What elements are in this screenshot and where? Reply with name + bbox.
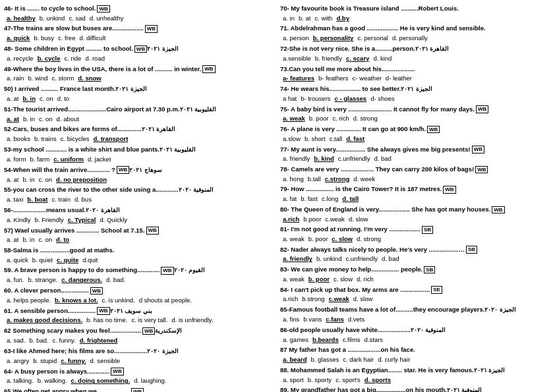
question-block: 62 Something scary makes you feel.......… [4, 326, 275, 346]
answer-option: d. strong [353, 114, 378, 124]
question-block: 83- We can give money to help...........… [280, 265, 551, 284]
answer-option: b. has no time. [86, 316, 127, 325]
arabic-label: المنوفية ٢٠٢٠ [411, 326, 446, 335]
answer-options: a. makes good decisions.b. has no time.c… [4, 316, 275, 325]
question-block: 73.Can you tell me more about his.......… [280, 65, 551, 84]
answer-options: a. beardb. glassesc. dark haird. curly h… [280, 355, 551, 365]
answer-option: a. angry [7, 356, 29, 366]
answer-option: b. walking. [38, 376, 67, 386]
question-block: 75- A baby bird is very ................… [280, 105, 551, 124]
answer-option: b- feathers [318, 74, 348, 84]
question-text: 76- A plane is very .............. It ca… [280, 125, 551, 134]
question-text: 70- My favourite book is Treasure island… [280, 4, 551, 14]
answer-options: a. booksb. trainsc. bicyclesd. transport [4, 134, 275, 144]
answer-options: a- featuresb- feathersc- weatherd- leath… [280, 74, 551, 84]
answer-option: b. glasses [310, 355, 339, 365]
question-text: 81- I'm not good at running. I'm very ..… [280, 225, 551, 235]
question-block: 81- I'm not good at running. I'm very ..… [280, 225, 551, 244]
answer-options: a. healthyb. unkindc. sadd. unhealthy [4, 14, 275, 24]
arabic-label: القليوبية ٢٠٢١ [180, 105, 217, 115]
question-text: 86-old people usually have white........… [280, 325, 551, 335]
answer-option: c. personal [357, 34, 388, 43]
answer-option: d.stars [365, 335, 384, 345]
question-text: 55-you can cross the river to the other … [4, 185, 275, 195]
page-container: 46- It is ....... to cycle to school.WBa… [4, 4, 551, 392]
answer-option: c. slow [334, 275, 353, 285]
answer-options: a. gamesb.beardsc.filmsd.stars [280, 335, 551, 345]
question-text: 63-I like Ahmed here; his films are so..… [4, 347, 275, 356]
answer-options: a. talking.b. walking.c. doing something… [4, 376, 275, 386]
question-block: 78- Camels are very ................... … [280, 165, 551, 184]
answer-option: a. weak [283, 235, 305, 244]
answer-option: c. on [40, 94, 53, 104]
answer-option: b- trousers [301, 94, 330, 104]
question-block: 86-old people usually have white........… [280, 325, 551, 345]
answer-option: d. road [85, 54, 105, 64]
wb-badge: WB [146, 227, 159, 235]
answer-options: a. fatb. fastc.longd. tall [280, 194, 551, 204]
answer-options: a.richb.poorc.weakd. slow [280, 215, 551, 225]
question-block: 74- He wears his.................. to se… [280, 84, 551, 104]
question-text: 75- A baby bird is very ................… [280, 105, 551, 115]
question-block: 59. A brave person is happy to do someth… [4, 266, 275, 285]
answer-options: a. quickb. quietc. quited.quit [4, 256, 275, 266]
question-block: 47-The trains are slow but buses are....… [4, 24, 275, 43]
question-block: 49-Where the boy lives in the USA, there… [4, 65, 275, 84]
question-text: 49-Where the boy lives in the USA, there… [4, 65, 275, 74]
wb-badge: WB [134, 45, 147, 53]
answer-option: a. healthy [7, 14, 36, 24]
answer-option: d. bus [74, 195, 92, 205]
question-block: 52-Cars, buses and bikes are forms of...… [4, 125, 275, 144]
answer-option: c. doing something. [71, 376, 131, 386]
answer-option: d. frightened [80, 336, 118, 346]
question-block: 77- My aunt is very................. She… [280, 145, 551, 164]
answer-option: a hat [283, 94, 297, 104]
answer-option: b. poor [309, 114, 329, 124]
question-block: 63-I like Ahmed here; his films are so..… [4, 347, 275, 366]
answer-options: a. weakb. poorc. slowd. rich [280, 275, 551, 285]
answer-option: b. quiet [32, 256, 53, 266]
right-column: 70- My favourite book is Treasure island… [280, 4, 551, 392]
answer-option: d. bad [382, 254, 399, 264]
answer-options: a. angryb. stupidc. funny.d. sensible [4, 356, 275, 366]
question-text: 83- We can give money to help...........… [280, 265, 551, 275]
answer-option: a. talking. [7, 376, 34, 386]
arabic-label: الجيزة ٢٠٢٠ [147, 347, 179, 356]
answer-options: a. quickb. busyc. freed. difficult [4, 34, 275, 43]
question-text: 79- How ................ is the Cairo To… [280, 184, 551, 194]
answer-option: b. friendly [315, 54, 342, 64]
answer-option: d shouts at people. [139, 296, 192, 306]
question-text: 78- Camels are very ................... … [280, 165, 551, 175]
question-block: 64- A busy person is always.............… [4, 367, 275, 386]
question-text: 72-She is not very nice. She is a.......… [280, 44, 551, 54]
arabic-label: القاهرة ٢٠٢١ [142, 125, 176, 134]
question-block: 54-When will the train arrive...........… [4, 165, 275, 185]
arabic-label: بني سويف ٢٠٢١ [110, 307, 152, 316]
answer-option: a. at [7, 115, 19, 125]
answer-option: d. sports [365, 376, 391, 385]
question-text: 48- Some children in Egypt ......... to … [4, 44, 275, 54]
arabic-label: الجيزة ٢٠٢١ [401, 85, 432, 94]
sb-badge: SB [466, 246, 477, 254]
question-block: 55-you can cross the river to the other … [4, 185, 275, 205]
answer-option: c. is very tall. [131, 316, 167, 325]
answer-option: b.strong [302, 294, 324, 304]
answer-option: a. person [283, 34, 309, 43]
answer-option: c.films [343, 335, 361, 345]
answer-option: c. dangerous. [61, 275, 102, 285]
arabic-label: القاهرة ٢٠٢١ [415, 45, 450, 54]
answer-option: a. quick [7, 34, 30, 43]
wb-badge: WB [492, 206, 504, 214]
answer-option: c. funny. [53, 336, 76, 346]
answer-option: c. scary [346, 54, 369, 64]
answer-options: a. weakb. poorc. slowd. strong [280, 235, 551, 244]
answer-option: a. books [7, 134, 30, 144]
answer-option: c. sad [69, 14, 85, 24]
answer-option: c.weak [325, 215, 345, 225]
answer-options: a. hongb.tallc.strongd. week [280, 175, 551, 184]
question-text: 61. A sensible person................WB … [4, 306, 275, 316]
answer-options: a. sad.b. bad.c. funny.d. frightened [4, 336, 275, 346]
question-block: 57) Wael usually arrives ............. S… [4, 226, 275, 245]
answer-options: a.slowb. shortc.talld. fast [280, 134, 551, 144]
answer-option: a. friendly [283, 154, 310, 164]
